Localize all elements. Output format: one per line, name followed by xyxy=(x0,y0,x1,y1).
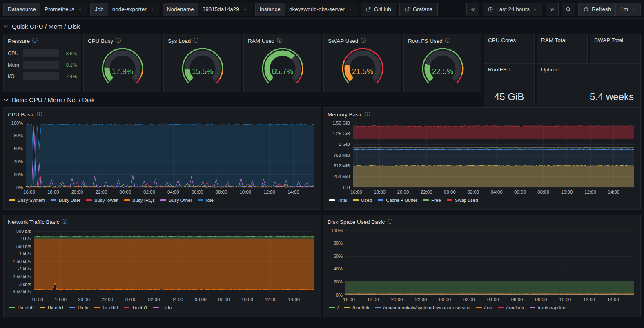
info-icon[interactable]: ⓘ xyxy=(365,111,370,118)
panel-disk-space-used-basic-title[interactable]: Disk Space Used Basic ⓘ xyxy=(323,215,640,226)
info-icon[interactable]: ⓘ xyxy=(116,37,121,45)
bar-gauge-track xyxy=(23,49,59,57)
series-color-marker xyxy=(498,307,504,308)
legend-item[interactable]: Free xyxy=(423,198,441,203)
svg-text:18:00: 18:00 xyxy=(55,297,67,302)
grafana-link-button[interactable]: Grafana xyxy=(399,3,438,16)
svg-text:00:00: 00:00 xyxy=(444,190,456,194)
svg-text:08:00: 08:00 xyxy=(218,297,230,302)
panel-ram-total-title[interactable]: RAM Total xyxy=(537,34,587,44)
svg-text:16:00: 16:00 xyxy=(350,190,362,194)
panel-root-fs-used-title[interactable]: Root FS Used ⓘ xyxy=(404,34,481,45)
panel-uptime-title[interactable]: Uptime xyxy=(537,64,640,74)
series-name: Swap used xyxy=(455,198,478,203)
svg-text:20:00: 20:00 xyxy=(78,297,90,302)
legend-item[interactable]: Swap used xyxy=(447,198,478,203)
refresh-interval-picker[interactable]: 1m xyxy=(615,3,640,16)
legend-item[interactable]: /run/credentials/systemd-sysusers.servic… xyxy=(375,305,470,310)
svg-text:1.25 GiB: 1.25 GiB xyxy=(332,131,350,136)
svg-text:10:00: 10:00 xyxy=(241,297,253,302)
series-name: Busy Iowait xyxy=(94,198,118,203)
panel-cpu-basic-title[interactable]: CPU Basic ⓘ xyxy=(4,108,321,119)
legend-item[interactable]: /run/lock xyxy=(498,305,524,310)
svg-text:768 MiB: 768 MiB xyxy=(334,153,350,158)
pressure-row-io: I/O 7.4% xyxy=(8,72,77,80)
nodename-picker: Nodename 39815da14a29 xyxy=(163,3,252,16)
legend-item[interactable]: Tx lo xyxy=(153,305,172,310)
legend-item[interactable]: /run xyxy=(476,305,492,310)
svg-text:0 b/s: 0 b/s xyxy=(21,236,31,241)
series-name: Tx eth0 xyxy=(102,305,118,310)
clock-icon xyxy=(488,7,493,12)
info-icon[interactable]: ⓘ xyxy=(277,37,282,45)
legend-item[interactable]: Used xyxy=(353,198,372,203)
legend-item[interactable]: Tx eth1 xyxy=(124,305,147,310)
panel-memory-basic-title[interactable]: Memory Basic ⓘ xyxy=(323,108,640,119)
panel-ram-used-title[interactable]: RAM Used ⓘ xyxy=(244,34,321,45)
job-select[interactable]: node-exporter xyxy=(108,3,159,16)
panel-title-text: Memory Basic xyxy=(328,112,363,118)
datasource-select[interactable]: Prometheus xyxy=(40,3,87,16)
series-name: / xyxy=(337,305,339,310)
job-picker: Job node-exporter xyxy=(90,3,159,16)
github-link-button[interactable]: GitHub xyxy=(361,3,396,16)
legend-item[interactable]: Busy IRQs xyxy=(124,198,155,203)
legend-item[interactable]: / xyxy=(329,305,339,310)
time-shift-forward-button[interactable]: » xyxy=(546,3,559,16)
datasource-value: Prometheus xyxy=(45,6,74,12)
legend-item[interactable]: Busy User xyxy=(51,198,80,203)
legend-item[interactable]: /boot/efi xyxy=(344,305,369,310)
time-shift-back-button[interactable]: « xyxy=(466,3,479,16)
info-icon[interactable]: ⓘ xyxy=(193,37,198,45)
series-name: Idle xyxy=(206,198,214,203)
legend-item[interactable]: Rx lo xyxy=(69,305,88,310)
svg-text:18:00: 18:00 xyxy=(47,190,59,194)
swap-used-gauge: 21.5% xyxy=(332,46,393,91)
legend-item[interactable]: Busy System xyxy=(9,198,45,203)
svg-text:1 GiB: 1 GiB xyxy=(339,142,350,147)
section-basic-title: Basic CPU / Mem / Net / Disk xyxy=(12,96,94,104)
series-color-marker xyxy=(51,199,56,201)
legend-item[interactable]: Idle xyxy=(198,198,214,203)
info-icon[interactable]: ⓘ xyxy=(361,37,366,45)
legend-item[interactable]: Total xyxy=(329,198,347,203)
instance-picker: Instance nkeysworld-obs-server xyxy=(255,3,357,16)
panel-cpu-cores-title[interactable]: CPU Cores xyxy=(484,34,534,44)
time-range-picker[interactable]: Last 24 hours xyxy=(483,3,542,16)
panel-swap-total-title[interactable]: SWAP Total xyxy=(590,34,640,44)
info-icon[interactable]: ⓘ xyxy=(62,218,67,225)
panel-network-traffic-basic-title[interactable]: Network Traffic Basic ⓘ xyxy=(4,215,321,226)
svg-text:20%: 20% xyxy=(334,279,343,284)
datasource-label: Datasource xyxy=(4,3,40,16)
series-color-marker xyxy=(423,199,429,201)
panel-rootfs-total-title[interactable]: RootFS T... xyxy=(484,64,534,74)
refresh-controls: Refresh 1m xyxy=(578,3,641,16)
memory-basic-chart: 0 B256 MiB512 MiB768 MiB1 GiB1.25 GiB1.5… xyxy=(327,120,636,196)
panel-sys-load-title[interactable]: Sys Load ⓘ xyxy=(164,34,241,45)
legend-item[interactable]: Rx eth1 xyxy=(40,305,64,310)
zoom-out-button[interactable] xyxy=(562,3,575,16)
job-value: node-exporter xyxy=(112,6,147,12)
section-quick-cpu-mem-disk[interactable]: Quick CPU / Mem / Disk xyxy=(0,23,644,30)
svg-text:-2.50 kb/s: -2.50 kb/s xyxy=(11,274,31,279)
series-name: Busy Other xyxy=(169,198,192,203)
info-icon[interactable]: ⓘ xyxy=(32,37,38,45)
panel-swap-used-title[interactable]: SWAP Used ⓘ xyxy=(324,34,401,45)
info-icon[interactable]: ⓘ xyxy=(387,218,392,225)
legend-item[interactable]: Rx eth0 xyxy=(9,305,34,310)
svg-text:21.5%: 21.5% xyxy=(352,67,373,76)
legend-item[interactable]: /run/snapd/ns xyxy=(530,305,566,310)
series-color-marker xyxy=(353,199,359,201)
refresh-button[interactable]: Refresh xyxy=(579,3,615,16)
nodename-select[interactable]: 39815da14a29 xyxy=(198,3,252,16)
legend-item[interactable]: Busy Iowait xyxy=(86,198,118,203)
legend-item[interactable]: Busy Other xyxy=(160,198,192,203)
legend-item[interactable]: Cache + Buffer xyxy=(378,198,417,203)
panel-pressure-title[interactable]: Pressure ⓘ xyxy=(4,34,81,45)
external-link-icon xyxy=(404,7,410,12)
instance-select[interactable]: nkeysworld-obs-server xyxy=(285,3,357,16)
legend-item[interactable]: Tx eth0 xyxy=(94,305,118,310)
info-icon[interactable]: ⓘ xyxy=(445,37,450,45)
info-icon[interactable]: ⓘ xyxy=(37,111,42,118)
panel-cpu-busy-title[interactable]: CPU Busy ⓘ xyxy=(84,34,161,45)
